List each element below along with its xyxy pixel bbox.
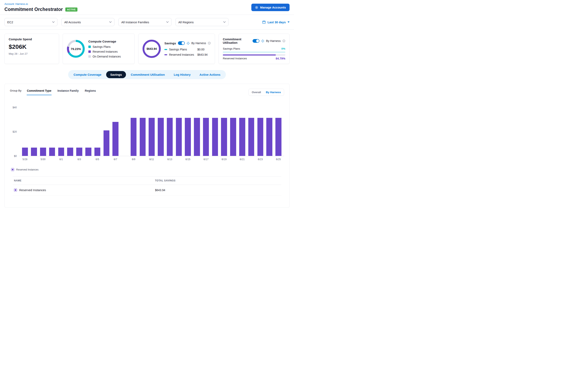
reserved-instances-utilisation-bar (223, 54, 285, 56)
utilisation-by-harness-toggle[interactable] (253, 39, 259, 43)
tab-savings[interactable]: Savings (106, 71, 126, 78)
bar-6-4 (85, 148, 91, 156)
tab-log-history[interactable]: Log History (170, 71, 195, 78)
legend-reserved-instances[interactable]: Reserved Instances (10, 168, 284, 171)
compute-spend-value: $206K (9, 43, 55, 50)
bar-slot (147, 118, 156, 156)
commitment-utilisation-title: Commitment Utilisation (223, 37, 251, 44)
bar-6-12 (158, 118, 164, 156)
filter-bar: EC2 All Accounts All Instance Families A… (0, 15, 294, 30)
harness-logo-icon (187, 42, 190, 45)
bar-slot (211, 118, 220, 156)
app-header: Account: Harness.io Commitment Orchestra… (0, 0, 294, 15)
bar-slot (102, 130, 111, 156)
bar-5-31 (49, 148, 55, 156)
x-tick-label: 6/15 (183, 158, 192, 161)
chart-x-axis: 5/285/306/16/36/56/76/96/116/136/156/176… (19, 158, 284, 161)
bar-slot (111, 122, 120, 156)
x-tick-label (192, 158, 202, 161)
manage-accounts-button[interactable]: Manage Accounts (251, 4, 289, 11)
chart-y-axis: $0$20$40 (10, 105, 19, 156)
summary-cards: Compute Spend $206K May 28 - Jun 27 79.2… (0, 30, 294, 68)
info-icon[interactable] (208, 42, 211, 45)
y-tick-label: $0 (14, 155, 17, 157)
bar-slot (256, 118, 265, 156)
savings-row-label: Reserved Instances (169, 53, 194, 56)
group-tab-commitment-type[interactable]: Commitment Type (27, 89, 52, 95)
view-toggle-overall[interactable]: Overall (249, 90, 264, 95)
chevron-down-icon (166, 21, 169, 23)
x-tick-label: 6/3 (75, 158, 84, 161)
harness-logo-icon (261, 39, 264, 43)
coverage-legend-item: On Demand Instances (88, 55, 121, 58)
bar-slot (201, 118, 211, 156)
bar-slot (174, 118, 183, 156)
legend-swatch-on-demand (88, 55, 91, 58)
y-tick-label: $40 (12, 106, 17, 109)
x-tick-label (66, 158, 75, 161)
utilisation-reserved-instances-label: Reserved Instances (223, 57, 247, 60)
instance-families-select[interactable]: All Instance Families (119, 18, 171, 26)
group-tab-regions[interactable]: Regions (85, 89, 96, 95)
savings-card: $643.94 Savings By Harness (138, 34, 215, 64)
accounts-select[interactable]: All Accounts (61, 18, 114, 26)
bar-slot (129, 118, 138, 156)
compute-spend-period: May 28 - Jun 27 (9, 52, 55, 55)
regions-select-value: All Regions (178, 21, 194, 24)
bar-slot (39, 148, 48, 156)
table-header-name: NAME (14, 179, 155, 182)
savings-row-reserved-instances: Reserved Instances $643.94 (164, 53, 211, 56)
bar-slot (165, 118, 174, 156)
tab-compute-coverage[interactable]: Compute Coverage (69, 71, 106, 78)
savings-row-savings-plans: Savings Plans $0.00 (164, 48, 211, 51)
x-tick-label (174, 158, 183, 161)
x-tick-label (84, 158, 93, 161)
savings-bar-chart: $0$20$40 5/285/306/16/36/56/76/96/116/13… (10, 105, 284, 161)
x-tick-label: 6/1 (57, 158, 66, 161)
account-link[interactable]: Account: Harness.io (4, 2, 28, 5)
chevron-down-icon (52, 21, 55, 23)
page: Account: Harness.io Commitment Orchestra… (0, 0, 294, 208)
bar-6-2 (67, 148, 73, 156)
view-toggle-by-harness[interactable]: By Harness (264, 90, 283, 95)
service-select-value: EC2 (7, 21, 13, 24)
bar-5-30 (40, 148, 46, 156)
service-select[interactable]: EC2 (4, 18, 57, 26)
instance-families-select-value: All Instance Families (121, 21, 149, 24)
coverage-legend-item: Reserved Instances (88, 50, 121, 53)
bar-slot (265, 118, 274, 156)
legend-swatch-reserved-instances (88, 50, 91, 53)
legend-swatch-savings-plans (88, 46, 91, 48)
date-range-picker[interactable]: Last 30 days (262, 21, 289, 24)
compute-spend-title: Compute Spend (9, 37, 55, 41)
bar-6-14 (176, 118, 182, 156)
tab-active-actions[interactable]: Active Actions (196, 71, 225, 78)
x-tick-label (229, 158, 238, 161)
bar-slot (66, 148, 75, 156)
savings-by-harness-toggle[interactable] (178, 41, 185, 45)
bar-slot (47, 148, 57, 156)
bar-6-6 (103, 130, 110, 156)
dash-teal (164, 49, 167, 50)
bar-slot (84, 148, 93, 156)
savings-table: NAME TOTAL SAVINGS Reserved Instances $6… (13, 176, 281, 195)
utilisation-by-harness-label: By Harness (266, 39, 281, 43)
savings-plans-utilisation-bar (223, 52, 285, 53)
bar-slot (138, 118, 147, 156)
x-tick-label (265, 158, 274, 161)
x-tick-label (211, 158, 220, 161)
info-icon[interactable] (282, 39, 285, 42)
regions-select[interactable]: All Regions (176, 18, 229, 26)
manage-accounts-label: Manage Accounts (260, 6, 286, 9)
main-tabs: Compute Coverage Savings Commitment Util… (0, 68, 294, 82)
x-tick-label (138, 158, 147, 161)
row-name: Reserved Instances (19, 188, 46, 192)
utilisation-savings-plans-label: Savings Plans (223, 47, 240, 50)
legend-label: Savings Plans (93, 45, 111, 48)
group-tab-instance-family[interactable]: Instance Family (57, 89, 79, 95)
bar-6-22 (248, 118, 254, 156)
coverage-donut-label: 79.23% (69, 42, 83, 56)
x-tick-label: 6/7 (111, 158, 120, 161)
tab-commitment-utilisation[interactable]: Commitment Utilisation (127, 71, 169, 78)
calendar-icon (262, 21, 266, 24)
